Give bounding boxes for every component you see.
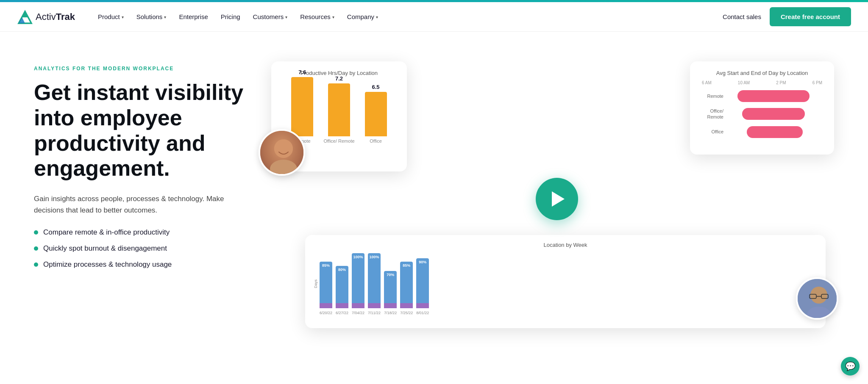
time-row: Office/ Remote xyxy=(700,108,824,120)
bullet-dot xyxy=(34,230,38,235)
hero-right: Productive Hrs/Day by Location 7.6Remote… xyxy=(271,53,834,328)
svg-point-7 xyxy=(810,287,827,304)
week-chart-area: 85%6/20/2280%6/27/22100%7/04/22100%7/11/… xyxy=(320,256,429,315)
week-bar-group: 70%7/18/22 xyxy=(384,271,397,315)
bar-group: 6.5Office xyxy=(365,84,387,144)
bullet-dot xyxy=(34,262,38,267)
bullet-item: Quickly spot burnout & disengagement xyxy=(34,244,254,253)
person-avatar-2 xyxy=(796,277,838,320)
week-bar-group: 80%6/27/22 xyxy=(336,266,348,315)
week-bar-group: 100%7/04/22 xyxy=(352,253,364,315)
week-bar-group: 90%8/01/22 xyxy=(416,258,429,315)
chevron-down-icon: ▾ xyxy=(122,15,124,19)
time-row: Office xyxy=(700,126,824,138)
chevron-down-icon: ▾ xyxy=(332,15,334,19)
productive-hrs-card: Productive Hrs/Day by Location 7.6Remote… xyxy=(271,61,407,171)
nav-item-customers[interactable]: Customers▾ xyxy=(247,10,294,24)
nav-item-product[interactable]: Product▾ xyxy=(92,10,130,24)
logo-text: ActivTrak xyxy=(36,11,75,22)
time-axis: 6 AM10 AM2 PM6 PM xyxy=(700,80,824,85)
bar-fill xyxy=(365,92,387,136)
nav-right: Contact sales Create free account xyxy=(723,7,851,26)
hero-section: ANALYTICS FOR THE MODERN WORKPLACE Get i… xyxy=(0,32,868,384)
chevron-down-icon: ▾ xyxy=(285,15,287,19)
nav-item-solutions[interactable]: Solutions▾ xyxy=(131,10,172,24)
hero-bullets: Compare remote & in-office productivityQ… xyxy=(34,228,254,269)
bullet-item: Optimize processes & technology usage xyxy=(34,260,254,269)
chat-icon: 💬 xyxy=(845,361,856,371)
avg-start-end-card: Avg Start and End of Day by Location 6 A… xyxy=(690,61,834,155)
contact-sales-link[interactable]: Contact sales xyxy=(723,13,761,20)
logo-icon xyxy=(17,9,33,25)
bullet-item: Compare remote & in-office productivity xyxy=(34,228,254,237)
navigation: ActivTrak Product▾Solutions▾EnterprisePr… xyxy=(0,2,868,32)
person-avatar-1 xyxy=(259,129,305,176)
week-y-label: Days xyxy=(314,279,318,288)
chevron-down-icon: ▾ xyxy=(164,15,166,19)
play-button[interactable] xyxy=(536,178,578,220)
nav-item-resources[interactable]: Resources▾ xyxy=(294,10,340,24)
week-bar-group: 85%6/20/22 xyxy=(320,262,332,315)
nav-item-enterprise[interactable]: Enterprise xyxy=(173,10,214,24)
nav-item-pricing[interactable]: Pricing xyxy=(215,10,246,24)
chat-bubble[interactable]: 💬 xyxy=(841,357,860,376)
nav-links: Product▾Solutions▾EnterprisePricingCusto… xyxy=(92,10,723,24)
bullet-dot xyxy=(34,246,38,251)
nav-item-company[interactable]: Company▾ xyxy=(341,10,384,24)
create-account-button[interactable]: Create free account xyxy=(770,7,851,26)
time-row: Remote xyxy=(700,90,824,102)
logo[interactable]: ActivTrak xyxy=(17,9,75,25)
week-bar-group: 100%7/11/22 xyxy=(368,253,381,315)
svg-point-5 xyxy=(274,139,293,158)
hero-tag: ANALYTICS FOR THE MODERN WORKPLACE xyxy=(34,66,254,72)
hero-heading: Get instant visibility into employee pro… xyxy=(34,80,254,181)
hero-left: ANALYTICS FOR THE MODERN WORKPLACE Get i… xyxy=(34,57,254,269)
card3-title: Location by Week xyxy=(314,242,817,248)
week-bar-group: 85%7/25/22 xyxy=(400,262,413,315)
play-icon xyxy=(552,191,565,207)
chevron-down-icon: ▾ xyxy=(376,15,378,19)
dashboard-wrapper: Productive Hrs/Day by Location 7.6Remote… xyxy=(271,53,834,328)
bar-fill xyxy=(291,77,313,136)
card2-title: Avg Start and End of Day by Location xyxy=(700,70,824,76)
svg-point-4 xyxy=(270,160,297,174)
bars-container: 7.6Remote7.2Office/ Remote6.5Office xyxy=(291,85,387,144)
time-rows: RemoteOffice/ RemoteOffice xyxy=(700,90,824,138)
bar-group: 7.2Office/ Remote xyxy=(323,75,354,144)
hero-subtext: Gain insights across people, processes &… xyxy=(34,193,254,216)
person-face-1 xyxy=(260,131,303,174)
bar-fill xyxy=(328,83,350,136)
location-week-card: Location by Week Days 85%6/20/2280%6/27/… xyxy=(305,235,826,328)
